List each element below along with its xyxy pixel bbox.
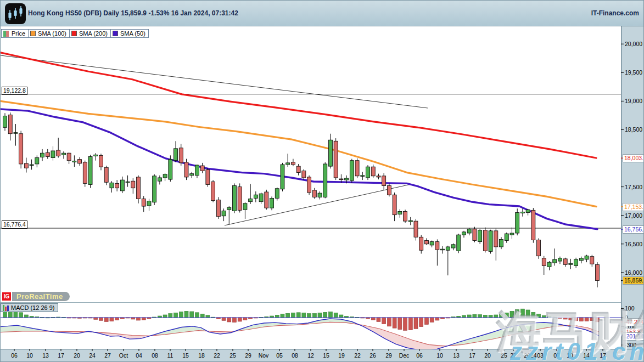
- price-level-box: 16,756..: [623, 225, 644, 234]
- macd-value-box: -201.14: [623, 332, 644, 341]
- macd-indicator-chip[interactable]: MACD (12 26 9): [1, 303, 58, 312]
- date-axis-tick: 10: [567, 352, 573, 359]
- macd-icon: [3, 305, 9, 311]
- date-axis-tick: 27: [104, 352, 111, 359]
- legend-chip-label: Price: [12, 30, 25, 37]
- date-axis-tick: Oct: [119, 352, 128, 359]
- sma-swatch-icon: [71, 31, 77, 36]
- date-axis-tick: 05: [276, 352, 283, 359]
- date-axis-tick: 07: [553, 352, 560, 359]
- price-level-box: 18,003..: [623, 154, 644, 162]
- legend-chip-price[interactable]: Price: [1, 29, 29, 38]
- date-axis-tick: 04: [136, 352, 142, 359]
- date-axis-tick: 10: [26, 352, 33, 359]
- price-axis-tick: 18,500: [625, 126, 642, 133]
- macd-axis-tick: -300: [625, 342, 636, 348]
- date-axis-tick: Dec: [399, 352, 410, 359]
- date-axis-tick: 13: [42, 352, 49, 359]
- date-axis-tick: 06: [11, 352, 18, 359]
- date-axis-tick: 08: [292, 352, 298, 359]
- chart-window: Hong Kong HS50 (DFB) Daily 15,859.9 -1.5…: [0, 0, 644, 362]
- date-axis-tick: 03: [537, 352, 544, 359]
- date-axis-tick: 27: [510, 352, 517, 359]
- price-level-box: 17,153..: [623, 203, 644, 211]
- date-axis-tick: 25: [229, 352, 236, 359]
- date-axis-tick: 20: [74, 352, 80, 359]
- sma-swatch-icon: [113, 31, 118, 36]
- date-axis-tick: 25: [501, 352, 507, 359]
- legend-row: PriceSMA (100)SMA (200)SMA (50): [1, 29, 148, 38]
- prorealtime-label: ProRealTime: [12, 292, 70, 301]
- legend-chip-sma-200[interactable]: SMA (200): [69, 29, 111, 38]
- price-chart-canvas[interactable]: [1, 1, 644, 362]
- date-axis-tick: 26: [369, 352, 376, 359]
- sma-swatch-icon: [30, 31, 36, 36]
- date-axis-tick: 13: [453, 352, 460, 359]
- date-axis-tick: 19: [338, 352, 345, 359]
- legend-chip-label: SMA (100): [38, 30, 66, 37]
- date-axis-tick: 08: [152, 352, 158, 359]
- date-axis-tick: 11: [167, 352, 173, 359]
- date-axis-tick: 22: [214, 352, 220, 359]
- date-axis-tick: Nov: [259, 352, 269, 359]
- date-axis-tick: 18: [198, 352, 205, 359]
- date-axis-tick: 17: [58, 352, 64, 359]
- price-axis-tick: 17,000: [625, 212, 642, 219]
- price-axis-tick: 17,500: [625, 184, 642, 190]
- price-axis-tick: 20,000: [625, 41, 642, 47]
- prorealtime-badge: IG ProRealTime: [2, 292, 70, 301]
- price-level-box: 15,859..: [623, 276, 644, 285]
- legend-chip-sma-100[interactable]: SMA (100): [28, 29, 70, 38]
- price-swatch-icon: [3, 31, 9, 36]
- legend-chip-label: SMA (50): [120, 30, 145, 37]
- ig-logo: IG: [2, 292, 11, 301]
- price-axis-tick: 16,500: [625, 241, 642, 247]
- legend-chip-label: SMA (200): [79, 30, 108, 37]
- date-axis-tick: 06: [416, 352, 423, 359]
- macd-indicator-label: MACD (12 26 9): [11, 304, 54, 311]
- date-axis-tick: 29: [385, 352, 392, 359]
- date-axis-tick: 20: [484, 352, 491, 359]
- macd-axis-tick: 100: [625, 305, 635, 312]
- date-axis-tick: 15: [182, 352, 189, 359]
- date-axis-tick: 17: [469, 352, 475, 359]
- date-axis-tick: 29: [245, 352, 251, 359]
- date-axis-tick: 17: [600, 352, 606, 359]
- date-axis-tick: 10: [436, 352, 443, 359]
- date-axis-tick: 15: [323, 352, 329, 359]
- macd-value-box: -47.274: [623, 318, 644, 326]
- price-line-label: 16,776.4: [2, 220, 27, 229]
- date-axis-tick: 2024: [524, 352, 536, 359]
- legend-chip-sma-50[interactable]: SMA (50): [110, 29, 149, 38]
- price-axis-tick: 19,500: [625, 69, 642, 76]
- date-axis-tick: 24: [89, 352, 96, 359]
- date-axis-tick: 12: [307, 352, 314, 359]
- price-axis-tick: 19,000: [625, 98, 642, 104]
- price-axis-tick: 16,000: [625, 269, 642, 276]
- date-axis-tick: 14: [583, 352, 590, 359]
- price-line-label: 19,122.8: [2, 87, 27, 95]
- date-axis-tick: 22: [354, 352, 361, 359]
